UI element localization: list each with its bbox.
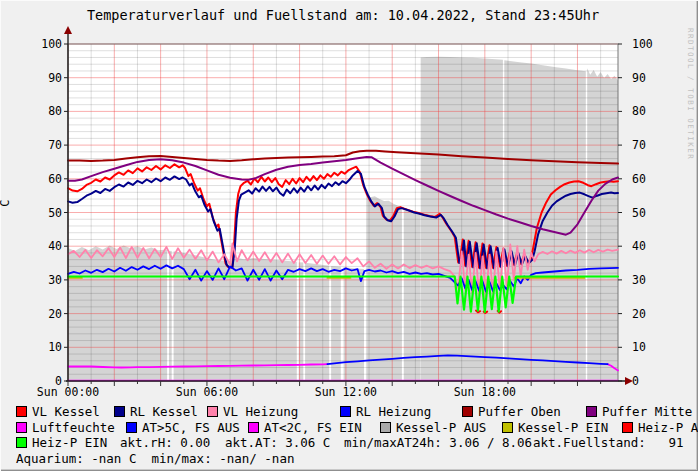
legend-label: Aquarium: -nan C min/max: -nan/ -nan — [16, 451, 294, 466]
legend-label: Heiz-P AUS — [638, 420, 698, 435]
legend-item: Luftfeuchte — [16, 420, 126, 435]
y-tick-label: 30 — [32, 273, 62, 287]
legend-label: VL Heizung — [223, 404, 298, 419]
area-kessel-p-aus — [404, 208, 421, 381]
legend-swatch-icon — [126, 422, 137, 433]
y-tick-label-right: 50 — [632, 206, 662, 220]
legend-row-4: Aquarium: -nan C min/max: -nan/ -nan — [16, 451, 694, 467]
y-tick-label-right: 70 — [632, 138, 662, 152]
legend-swatch-icon — [114, 406, 125, 417]
legend-label: AT<2C, FS EIN — [264, 420, 362, 435]
legend-row-2: LuftfeuchteAT>5C, FS AUSAT<2C, FS EINKes… — [16, 420, 694, 436]
y-tick-label-right: 0 — [632, 374, 662, 388]
legend-item: Puffer Oben — [462, 404, 586, 419]
legend-item: akt.AT: 3.06 C — [225, 435, 344, 450]
legend-swatch-icon — [340, 406, 351, 417]
legend-label: RL Heizung — [356, 404, 431, 419]
legend-item: RL Heizung — [340, 404, 462, 419]
legend-item: AT<2C, FS EIN — [248, 420, 380, 435]
legend-label: Heiz-P EIN — [32, 435, 107, 450]
area-kessel-p-aus — [344, 267, 364, 381]
x-tick-label: Sun 18:00 — [445, 385, 525, 399]
legend-label: Kessel-P EIN — [518, 420, 608, 435]
legend-label: VL Kessel — [32, 404, 100, 419]
area-kessel-p-aus — [305, 263, 329, 381]
y-tick-label: 90 — [32, 71, 62, 85]
legend-swatch-icon — [586, 406, 597, 417]
legend-item: Heiz-P AUS — [622, 420, 698, 435]
legend-swatch-icon — [462, 406, 473, 417]
legend-swatch-icon — [16, 422, 27, 433]
legend-swatch-icon — [16, 406, 27, 417]
legend-label: Puffer Mitte — [602, 404, 692, 419]
y-tick-label: 20 — [32, 307, 62, 321]
y-tick-label: 60 — [32, 172, 62, 186]
chart-canvas — [0, 0, 698, 471]
legend-row-1: VL KesselRL KesselVL HeizungRL HeizungPu… — [16, 404, 694, 420]
legend-item: RL Kessel — [114, 404, 207, 419]
legend-label: RL Kessel — [130, 404, 198, 419]
y-tick-label: 10 — [32, 340, 62, 354]
legend-swatch-icon — [622, 422, 633, 433]
x-tick-label: Sun 12:00 — [306, 385, 386, 399]
y-tick-label: 80 — [32, 104, 62, 118]
y-tick-label-right: 20 — [632, 307, 662, 321]
legend-item: Kessel-P EIN — [502, 420, 622, 435]
y-axis-arrow-icon — [64, 26, 72, 34]
y-tick-label-right: 90 — [632, 71, 662, 85]
legend-label: akt.Fuellstand: 91 — [533, 435, 684, 450]
legend-label: akt.AT: 3.06 C — [225, 435, 330, 450]
chart-legend: VL KesselRL KesselVL HeizungRL HeizungPu… — [16, 404, 694, 466]
legend-item: akt.Fuellstand: 91 — [533, 435, 684, 450]
legend-item: Puffer Mitte — [586, 404, 692, 419]
y-tick-label: 50 — [32, 206, 62, 220]
legend-label: min/maxAT24h: 3.06 / 8.06 — [344, 435, 532, 450]
legend-label: Puffer Oben — [478, 404, 561, 419]
legend-item: VL Kessel — [16, 404, 114, 419]
legend-label: AT>5C, FS AUS — [142, 420, 240, 435]
legend-label: akt.rH: 0.00 — [120, 435, 210, 450]
legend-label: Kessel-P AUS — [396, 420, 486, 435]
y-tick-label: 100 — [32, 37, 62, 51]
legend-label: Luftfeuchte — [32, 420, 115, 435]
y-tick-label: 40 — [32, 239, 62, 253]
y-tick-label-right: 80 — [632, 104, 662, 118]
area-kessel-p-aus — [169, 251, 172, 381]
legend-item: akt.rH: 0.00 — [120, 435, 225, 450]
y-tick-label-right: 100 — [632, 37, 662, 51]
legend-swatch-icon — [380, 422, 391, 433]
x-tick-label: Sun 06:00 — [167, 385, 247, 399]
y-tick-label: 70 — [32, 138, 62, 152]
legend-swatch-icon — [248, 422, 259, 433]
x-tick-label: Sun 00:00 — [28, 385, 108, 399]
legend-swatch-icon — [502, 422, 513, 433]
legend-row-3: Heiz-P EINakt.rH: 0.00akt.AT: 3.06 Cmin/… — [16, 435, 694, 451]
y-tick-label-right: 30 — [632, 273, 662, 287]
legend-swatch-icon — [16, 437, 27, 448]
y-tick-label-right: 40 — [632, 239, 662, 253]
legend-item: Kessel-P AUS — [380, 420, 502, 435]
rrdtool-graph: Temperaturverlauf und Fuellstand am: 10.… — [0, 0, 698, 471]
legend-item: Aquarium: -nan C min/max: -nan/ -nan — [16, 451, 294, 466]
y-tick-label-right: 10 — [632, 340, 662, 354]
legend-item: min/maxAT24h: 3.06 / 8.06 — [344, 435, 533, 450]
legend-item: VL Heizung — [207, 404, 340, 419]
legend-item: Heiz-P EIN — [16, 435, 120, 450]
legend-swatch-icon — [207, 406, 218, 417]
legend-item: AT>5C, FS AUS — [126, 420, 248, 435]
area-kessel-p-aus — [366, 196, 402, 381]
y-tick-label-right: 60 — [632, 172, 662, 186]
